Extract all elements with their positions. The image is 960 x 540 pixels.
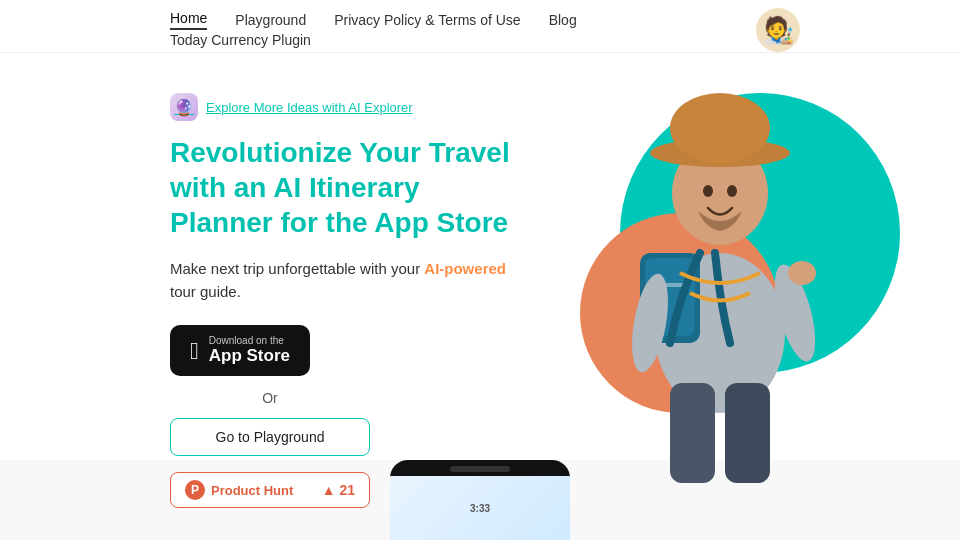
- hero-subtitle-before: Make next trip unforgettable with your: [170, 260, 424, 277]
- svg-point-11: [670, 93, 770, 163]
- svg-rect-2: [725, 383, 770, 483]
- product-hunt-button[interactable]: P Product Hunt ▲ 21: [170, 472, 370, 508]
- nav-blog[interactable]: Blog: [549, 12, 577, 28]
- hero-visual: [460, 53, 960, 508]
- explore-badge[interactable]: 🔮 Explore More Ideas with AI Explorer: [170, 93, 413, 121]
- explore-badge-icon: 🔮: [170, 93, 198, 121]
- nav-home[interactable]: Home: [170, 10, 207, 30]
- app-store-button[interactable]:  Download on the App Store: [170, 325, 310, 376]
- person-svg: [560, 53, 880, 493]
- apple-icon: : [190, 339, 199, 363]
- nav-playground[interactable]: Playground: [235, 12, 306, 28]
- or-divider: Or: [170, 390, 370, 406]
- nav-privacy[interactable]: Privacy Policy & Terms of Use: [334, 12, 520, 28]
- playground-button[interactable]: Go to Playground: [170, 418, 370, 456]
- svg-point-12: [703, 185, 713, 197]
- svg-point-13: [727, 185, 737, 197]
- hero-content: 🔮 Explore More Ideas with AI Explorer Re…: [170, 83, 510, 508]
- svg-rect-1: [670, 383, 715, 483]
- hero-title: Revolutionize Your Travel with an AI Iti…: [170, 135, 510, 240]
- svg-point-14: [788, 261, 816, 285]
- product-hunt-count: ▲ 21: [322, 482, 355, 498]
- nav-currency-plugin[interactable]: Today Currency Plugin: [170, 32, 311, 48]
- hero-person-image: [510, 53, 930, 493]
- app-store-large-text: App Store: [209, 346, 290, 366]
- hero-subtitle-highlight: AI-powered: [424, 260, 506, 277]
- avatar[interactable]: 🧑‍🎨: [756, 8, 800, 52]
- nav-row-2: Today Currency Plugin: [170, 30, 790, 48]
- app-store-small-text: Download on the: [209, 335, 290, 346]
- product-hunt-icon: P: [185, 480, 205, 500]
- navbar: Home Playground Privacy Policy & Terms o…: [0, 0, 960, 53]
- product-hunt-label: Product Hunt: [211, 483, 293, 498]
- hero-section: 🔮 Explore More Ideas with AI Explorer Re…: [0, 53, 960, 508]
- explore-badge-label: Explore More Ideas with AI Explorer: [206, 100, 413, 115]
- hero-subtitle-after: tour guide.: [170, 283, 241, 300]
- hero-subtitle: Make next trip unforgettable with your A…: [170, 258, 510, 303]
- nav-row-1: Home Playground Privacy Policy & Terms o…: [170, 10, 790, 30]
